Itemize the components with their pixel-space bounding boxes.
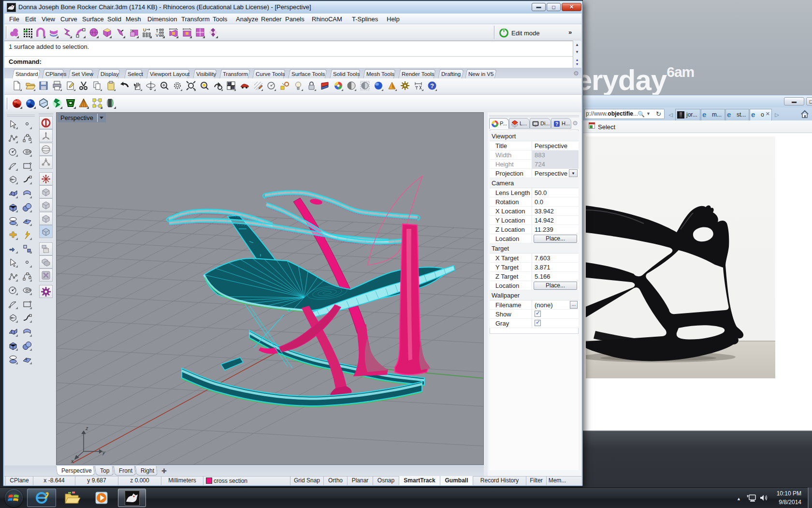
svg-text:U: U [143, 28, 146, 32]
svg-text:V: V [156, 33, 159, 38]
svg-text:?: ? [430, 82, 434, 90]
svg-text:x: x [71, 458, 74, 464]
svg-text:z: z [85, 425, 88, 431]
svg-text:?: ? [555, 121, 558, 127]
